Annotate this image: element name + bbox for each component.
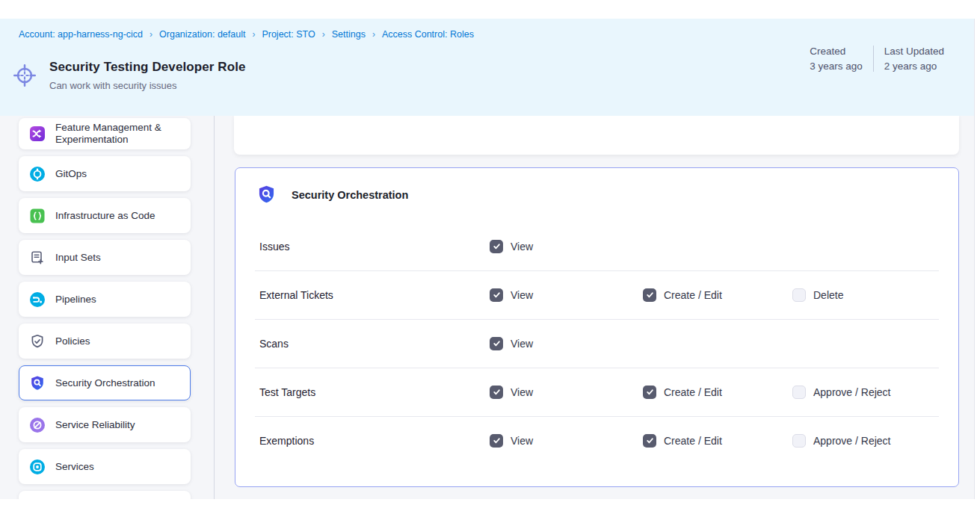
permission-label: Approve / Reject <box>813 386 891 398</box>
checkbox-delete[interactable] <box>792 288 806 302</box>
resource-label: Test Targets <box>259 386 315 398</box>
page-header: Account: app-harness-ng-cicd›Organizatio… <box>0 19 974 116</box>
input-sets-icon <box>29 250 46 266</box>
checkbox-create-edit[interactable] <box>643 288 656 302</box>
sidebar-item-label: Policies <box>55 335 90 347</box>
permission-row-scans: Scans View <box>235 319 958 368</box>
permission-cell: Create / Edit <box>643 434 722 448</box>
sidebar-item-label: Pipelines <box>55 294 96 305</box>
resource-label: Exemptions <box>259 435 314 447</box>
feature-flags-icon <box>29 126 46 142</box>
module-title: Security Orchestration <box>292 189 408 201</box>
breadcrumb: Account: app-harness-ng-cicd›Organizatio… <box>19 29 474 40</box>
permission-cell: Approve / Reject <box>792 434 891 448</box>
permission-row-external-tickets: External Tickets View Create / Edit Dele… <box>235 270 958 319</box>
permission-label: Approve / Reject <box>813 435 891 447</box>
resource-label: Scans <box>259 338 289 350</box>
role-target-icon <box>10 61 39 90</box>
breadcrumb-link[interactable]: Organization: default <box>159 29 245 40</box>
breadcrumb-link[interactable]: Access Control: Roles <box>382 29 474 40</box>
created-value: 3 years ago <box>810 61 863 72</box>
module-sidebar: Feature Management & Experimentation Git… <box>19 118 191 499</box>
permission-label: View <box>511 289 533 301</box>
created-meta: Created 3 years ago <box>810 46 863 72</box>
checkbox-view[interactable] <box>490 337 503 350</box>
checkbox-view[interactable] <box>490 288 503 302</box>
permission-label: Delete <box>813 289 843 301</box>
permission-label: View <box>511 241 533 253</box>
previous-module-card-partial <box>234 116 959 155</box>
breadcrumb-link[interactable]: Project: STO <box>262 29 315 40</box>
last-updated-value: 2 years ago <box>884 61 944 72</box>
checkbox-approve-reject[interactable] <box>792 434 806 448</box>
permission-label: View <box>511 386 533 398</box>
sidebar-item-service-reliability[interactable]: Service Reliability <box>19 407 191 442</box>
permission-row-exemptions: Exemptions View Create / Edit Approve / … <box>235 416 958 465</box>
breadcrumb-separator: › <box>150 29 152 40</box>
checkbox-view[interactable] <box>490 240 503 253</box>
permission-cell: Approve / Reject <box>792 386 891 399</box>
sidebar-item-label: Service Reliability <box>55 419 135 430</box>
service-reliability-icon <box>29 417 46 433</box>
checkbox-approve-reject[interactable] <box>792 386 806 399</box>
last-updated-label: Last Updated <box>884 46 944 57</box>
breadcrumb-link[interactable]: Settings <box>332 29 366 40</box>
breadcrumb-separator: › <box>252 29 255 40</box>
role-meta: Created 3 years ago Last Updated 2 years… <box>810 46 944 72</box>
sidebar-item-label: GitOps <box>55 168 87 179</box>
permission-cell: Create / Edit <box>643 288 722 302</box>
meta-divider <box>873 46 874 72</box>
sidebar-item-partial[interactable] <box>19 491 191 499</box>
infrastructure-as-code-icon <box>29 208 46 224</box>
page: Account: app-harness-ng-cicd›Organizatio… <box>0 0 980 520</box>
permission-cell: View <box>490 240 533 253</box>
permission-label: View <box>511 435 533 447</box>
security-orchestration-icon <box>256 183 277 206</box>
sidebar-item-infrastructure-as-code[interactable]: Infrastructure as Code <box>19 198 191 233</box>
sidebar-item-policies[interactable]: Policies <box>19 324 191 359</box>
pipelines-icon <box>29 291 46 308</box>
last-updated-meta: Last Updated 2 years ago <box>884 46 944 72</box>
security-orchestration-icon <box>29 375 46 391</box>
permission-cell: View <box>490 337 533 350</box>
security-orchestration-permissions-card: Security Orchestration Issues View Exter… <box>235 167 959 487</box>
panel-right-border <box>974 19 975 499</box>
breadcrumb-separator: › <box>372 29 375 40</box>
policies-icon <box>29 333 46 350</box>
page-subtitle: Can work with security issues <box>49 80 177 91</box>
permission-row-issues: Issues View <box>235 222 958 270</box>
content-area: Feature Management & Experimentation Git… <box>0 116 974 499</box>
permission-label: Create / Edit <box>664 435 722 447</box>
sidebar-item-feature-management-experimentation[interactable]: Feature Management & Experimentation <box>19 118 191 149</box>
permission-cell: Delete <box>792 288 843 302</box>
resource-label: External Tickets <box>259 289 333 301</box>
gitops-icon <box>29 166 46 182</box>
sidebar-item-input-sets[interactable]: Input Sets <box>19 240 191 275</box>
breadcrumb-separator: › <box>322 29 325 40</box>
permission-cell: View <box>490 434 533 448</box>
checkbox-create-edit[interactable] <box>643 434 656 448</box>
checkbox-view[interactable] <box>490 434 503 448</box>
breadcrumb-link[interactable]: Account: app-harness-ng-cicd <box>19 29 143 40</box>
sidebar-item-label: Input Sets <box>55 252 101 263</box>
sidebar-item-security-orchestration[interactable]: Security Orchestration <box>19 365 191 400</box>
sidebar-item-pipelines[interactable]: Pipelines <box>19 282 191 317</box>
sidebar-item-label: Services <box>55 461 94 472</box>
permission-cell: View <box>490 288 533 302</box>
sidebar-item-services[interactable]: Services <box>19 449 191 484</box>
resource-label: Issues <box>259 241 289 253</box>
permission-label: View <box>511 338 533 350</box>
checkbox-create-edit[interactable] <box>643 386 656 399</box>
sidebar-item-label: Security Orchestration <box>55 377 155 389</box>
sidebar-item-label: Infrastructure as Code <box>55 210 155 221</box>
permission-cell: View <box>490 386 533 399</box>
permissions-table: Issues View External Tickets View Create… <box>235 222 958 465</box>
module-header: Security Orchestration <box>235 168 958 206</box>
sidebar-divider <box>214 116 215 499</box>
sidebar-item-gitops[interactable]: GitOps <box>19 156 191 191</box>
checkbox-view[interactable] <box>490 386 503 399</box>
permission-label: Create / Edit <box>664 289 722 301</box>
permission-label: Create / Edit <box>664 386 722 398</box>
services-icon <box>29 459 46 475</box>
permission-row-test-targets: Test Targets View Create / Edit Approve … <box>235 368 958 416</box>
